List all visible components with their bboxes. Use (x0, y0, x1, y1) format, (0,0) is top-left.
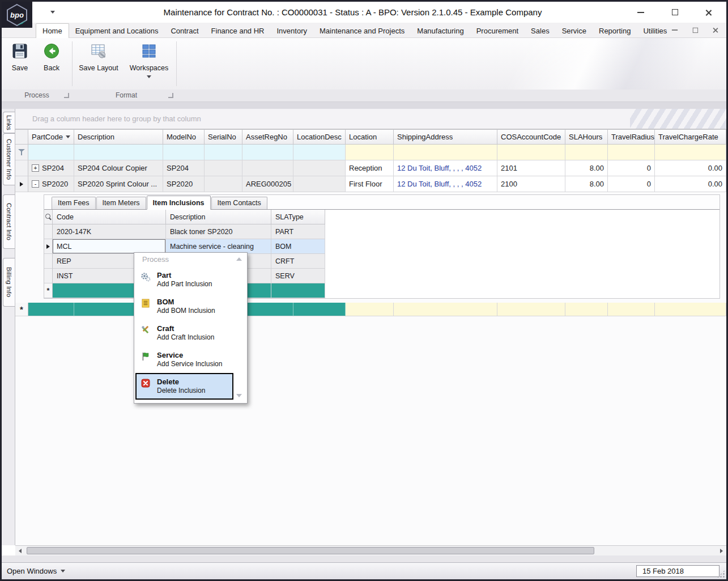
open-windows-button[interactable]: Open Windows (7, 563, 65, 579)
cell-serialno[interactable] (205, 160, 242, 176)
filter-cell-modelno[interactable] (163, 145, 205, 160)
new-cell-travelradius[interactable] (608, 303, 655, 316)
mdi-restore-button[interactable] (692, 27, 699, 33)
cell-serialno[interactable] (205, 176, 242, 192)
cell-assetregno[interactable] (242, 160, 293, 176)
workspaces-button[interactable]: Workspaces (125, 41, 173, 80)
column-header-modelno[interactable]: ModelNo (163, 130, 205, 145)
cell-travelchargerate[interactable]: 0.00 (655, 176, 726, 192)
filter-cell-assetregno[interactable] (242, 145, 293, 160)
cell-shippingaddress[interactable]: 12 Du Toit, Bluff, , , , 4052 (394, 176, 497, 192)
column-header-travelradius[interactable]: TravelRadius (608, 130, 655, 145)
menu-item-part[interactable]: Part Add Part Inclusion (135, 266, 233, 293)
tab-item-inclusions[interactable]: Item Inclusions (147, 196, 211, 210)
scrollbar-thumb[interactable] (27, 547, 594, 554)
tab-equipment-and-locations[interactable]: Equipment and Locations (69, 24, 165, 38)
tab-item-contacts[interactable]: Item Contacts (211, 197, 267, 209)
scroll-left-button[interactable] (15, 546, 25, 555)
cell-slatype[interactable]: BOM (271, 239, 325, 254)
collapse-icon[interactable]: - (32, 180, 39, 188)
new-cell-slatype[interactable] (271, 283, 325, 298)
new-cell-cosaccountcode[interactable] (497, 303, 565, 316)
column-header-cosaccountcode[interactable]: COSAccountCode (497, 130, 565, 145)
cell-travelchargerate[interactable]: 0.00 (655, 160, 726, 176)
column-header-travelchargerate[interactable]: TravelChargeRate (655, 130, 726, 145)
menu-scroll-down-icon[interactable] (236, 394, 242, 397)
column-header-partcode[interactable]: PartCode (28, 130, 74, 145)
tab-contract[interactable]: Contract (164, 24, 205, 38)
cell-description[interactable]: SP204 Colour Copier (74, 160, 163, 176)
sidebar-item-links[interactable]: Links (3, 112, 15, 133)
tab-utilities[interactable]: Utilities (637, 24, 673, 38)
tab-manufacturing[interactable]: Manufacturing (411, 24, 470, 38)
tab-item-fees[interactable]: Item Fees (52, 197, 96, 209)
menu-item-bom[interactable]: BOM Add BOM Inclusion (135, 293, 233, 320)
sidebar-item-billing-info[interactable]: Billing Info (3, 258, 15, 307)
menu-item-delete[interactable]: Delete Delete Inclusion (135, 373, 233, 400)
filter-cell-slahours[interactable] (565, 145, 608, 160)
column-header-locationdesc[interactable]: LocationDesc (293, 130, 346, 145)
quick-access-caret-icon[interactable] (50, 11, 55, 14)
sidebar-item-customer-info[interactable]: Customer Info (3, 133, 15, 185)
menu-item-craft[interactable]: Craft Add Craft Inclusion (135, 320, 233, 346)
filter-cell-partcode[interactable] (28, 145, 74, 160)
cell-modelno[interactable]: SP204 (163, 160, 205, 176)
cell-partcode[interactable]: - SP2020 (28, 176, 74, 192)
cell-travelradius[interactable]: 0 (608, 176, 655, 192)
cell-description[interactable]: Black toner SP2020 (166, 224, 271, 239)
tab-maintenance-and-projects[interactable]: Maintenance and Projects (313, 24, 411, 38)
back-button[interactable]: Back (38, 41, 65, 72)
table-row[interactable]: - SP2020 SP2020 Sprint Colour ... SP2020… (15, 176, 726, 192)
format-dialog-launcher-icon[interactable] (168, 93, 173, 98)
cell-assetregno[interactable]: AREG000205 (242, 176, 293, 192)
cell-location[interactable]: First Floor (346, 176, 394, 192)
cell-locationdesc[interactable] (293, 160, 346, 176)
menu-item-service[interactable]: Service Add Service Inclusion (135, 346, 233, 373)
cell-cosaccountcode[interactable]: 2100 (497, 176, 565, 192)
sidebar-item-contract-info[interactable]: Contract Info (3, 194, 15, 249)
tab-reporting[interactable]: Reporting (593, 24, 637, 38)
expand-icon[interactable]: + (32, 164, 39, 172)
column-header-assetregno[interactable]: AssetRegNo (242, 130, 293, 145)
maximize-button[interactable] (671, 9, 679, 16)
column-header-description[interactable]: Description (166, 210, 271, 224)
mdi-close-button[interactable] (712, 27, 719, 33)
tab-item-meters[interactable]: Item Meters (96, 197, 146, 209)
new-cell-locationdesc[interactable] (293, 303, 346, 316)
filter-cell-description[interactable] (74, 145, 163, 160)
filter-cell-serialno[interactable] (205, 145, 242, 160)
tab-service[interactable]: Service (556, 24, 593, 38)
cell-slatype[interactable]: SERV (271, 269, 325, 283)
filter-dropdown-icon[interactable] (66, 135, 70, 138)
column-header-shippingaddress[interactable]: ShippingAddress (394, 130, 497, 145)
column-header-slatype[interactable]: SLAType (271, 210, 325, 224)
cell-modelno[interactable]: SP2020 (163, 176, 205, 192)
filter-cell-travelradius[interactable] (608, 145, 655, 160)
tab-inventory[interactable]: Inventory (271, 24, 313, 38)
filter-cell-travelchargerate[interactable] (655, 145, 726, 160)
cell-code[interactable]: 2020-147K (53, 224, 166, 239)
tab-procurement[interactable]: Procurement (470, 24, 525, 38)
cell-location[interactable]: Reception (346, 160, 394, 176)
filter-cell-cosaccountcode[interactable] (497, 145, 565, 160)
filter-cell-locationdesc[interactable] (293, 145, 346, 160)
cell-slatype[interactable]: CRFT (271, 254, 325, 269)
column-header-location[interactable]: Location (346, 130, 394, 145)
new-cell-travelchargerate[interactable] (655, 303, 726, 316)
new-cell-partcode[interactable] (28, 303, 74, 316)
mdi-minimize-button[interactable] (671, 27, 678, 33)
table-row[interactable]: 2020-147K Black toner SP2020 PART (44, 224, 720, 239)
grid-new-row[interactable]: * (15, 303, 726, 316)
minimize-button[interactable] (637, 9, 645, 16)
cell-slahours[interactable]: 8.00 (565, 160, 608, 176)
new-cell-assetregno[interactable] (242, 303, 293, 316)
cell-shippingaddress[interactable]: 12 Du Toit, Bluff, , , , 4052 (394, 160, 497, 176)
tab-home[interactable]: Home (36, 23, 69, 39)
filter-cell-shippingaddress[interactable] (394, 145, 497, 160)
new-cell-shippingaddress[interactable] (394, 303, 497, 316)
date-field[interactable]: 15 Feb 2018 (636, 565, 720, 577)
save-layout-button[interactable]: Save Layout (76, 41, 121, 72)
column-header-description[interactable]: Description (74, 130, 163, 145)
scroll-right-button[interactable] (717, 546, 726, 555)
cell-partcode[interactable]: + SP204 (28, 160, 74, 176)
